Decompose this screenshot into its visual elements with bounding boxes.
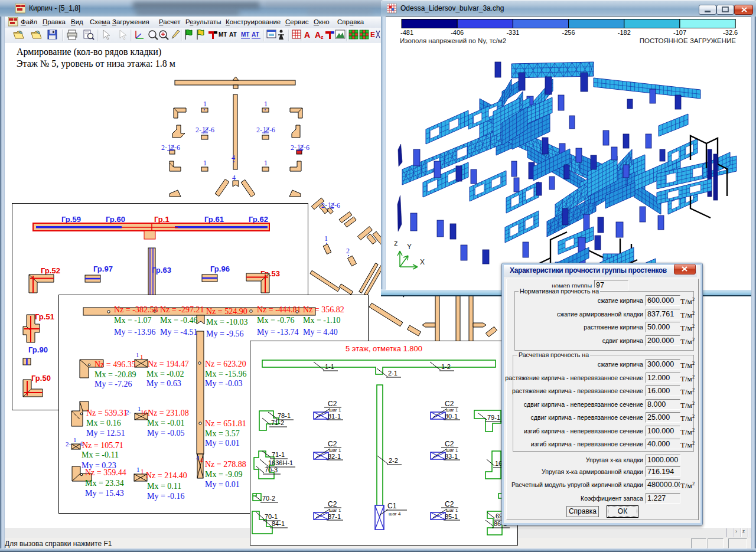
svg-text:Mx = 23.34: Mx = 23.34 bbox=[85, 479, 124, 488]
svg-text:шаг 1: шаг 1 bbox=[446, 448, 458, 453]
svg-text:1: 1 bbox=[136, 351, 139, 358]
svg-text:Mx = -0.02: Mx = -0.02 bbox=[146, 370, 184, 378]
svg-text:81-1: 81-1 bbox=[328, 413, 341, 420]
svg-text:Mx = 3.57: Mx = 3.57 bbox=[205, 429, 240, 438]
svg-text:80-1: 80-1 bbox=[445, 413, 458, 420]
svg-text:Mx = -0.01: Mx = -0.01 bbox=[147, 419, 185, 427]
svg-text:Гр.63: Гр.63 bbox=[152, 266, 171, 275]
svg-text:1: 1 bbox=[73, 436, 77, 443]
svg-text:1: 1 bbox=[140, 353, 144, 360]
svg-text:71-2: 71-2 bbox=[271, 419, 284, 426]
svg-text:2-: 2- bbox=[256, 126, 262, 134]
svg-text:МТ: МТ bbox=[241, 31, 249, 38]
svg-text:1: 1 bbox=[324, 234, 328, 243]
svg-text:My = -0.05: My = -0.05 bbox=[147, 429, 185, 437]
svg-text:78-1: 78-1 bbox=[278, 412, 291, 419]
svg-text:83-1: 83-1 bbox=[445, 453, 458, 460]
svg-text:4: 4 bbox=[232, 153, 235, 162]
svg-text:84-1: 84-1 bbox=[272, 520, 285, 527]
svg-text:My = -0.16: My = -0.16 bbox=[147, 492, 185, 501]
svg-text:My = 0.63: My = 0.63 bbox=[146, 379, 181, 388]
svg-text:Nz = -444.81: Nz = -444.81 bbox=[257, 305, 301, 314]
svg-text:C2: C2 bbox=[328, 400, 337, 408]
svg-text:Nz = -297.21: Nz = -297.21 bbox=[160, 305, 204, 314]
svg-text:C2: C2 bbox=[328, 500, 337, 508]
svg-text:Nz = 496.35: Nz = 496.35 bbox=[94, 360, 136, 369]
svg-text:Nz = 194.47: Nz = 194.47 bbox=[148, 360, 189, 368]
svg-text:МТ: МТ bbox=[219, 31, 227, 38]
svg-text:85-1: 85-1 bbox=[445, 513, 458, 520]
svg-text:Mx = -20.89: Mx = -20.89 bbox=[94, 370, 136, 379]
svg-text:шаг 1: шаг 1 bbox=[329, 448, 341, 453]
svg-text:шаг 1: шаг 1 bbox=[329, 407, 341, 413]
svg-text:X: X bbox=[420, 258, 425, 266]
svg-text:z: z bbox=[321, 34, 324, 40]
svg-text:Mx = -0.46: Mx = -0.46 bbox=[160, 316, 198, 325]
svg-text:C2: C2 bbox=[328, 440, 337, 448]
svg-text:My = -9.56: My = -9.56 bbox=[206, 329, 244, 338]
svg-text:71-1: 71-1 bbox=[272, 451, 285, 458]
svg-text:Mx = -0.76: Mx = -0.76 bbox=[257, 316, 295, 325]
svg-text:Гр.52: Гр.52 bbox=[41, 266, 60, 275]
svg-text:My = 0.01: My = 0.01 bbox=[205, 439, 240, 448]
svg-text:2-6: 2-6 bbox=[171, 143, 180, 152]
svg-text:шаг 1: шаг 1 bbox=[446, 508, 458, 513]
svg-text:82-1: 82-1 bbox=[328, 453, 341, 460]
svg-text:Гр.96: Гр.96 bbox=[210, 264, 230, 273]
svg-text:A: A bbox=[304, 30, 310, 40]
svg-text:z: z bbox=[394, 239, 398, 247]
svg-text:My = 15.43: My = 15.43 bbox=[85, 489, 124, 498]
svg-text:C2: C2 bbox=[445, 440, 454, 448]
svg-text:2-6: 2-6 bbox=[266, 126, 275, 134]
svg-text:My = 12.51: My = 12.51 bbox=[86, 429, 125, 437]
svg-text:My = 0.01: My = 0.01 bbox=[205, 480, 240, 489]
svg-text:1636Н-1: 1636Н-1 bbox=[268, 459, 293, 466]
svg-text:Mx = 0.11: Mx = 0.11 bbox=[147, 482, 181, 491]
svg-text:шаг 1: шаг 1 bbox=[446, 407, 458, 413]
svg-text:Mx = 0.16: Mx = 0.16 bbox=[86, 419, 121, 427]
svg-text:Nz = 105.71: Nz = 105.71 bbox=[82, 441, 123, 450]
svg-text:Mx = -0.11: Mx = -0.11 bbox=[82, 450, 119, 459]
svg-text:My = -0.03: My = -0.03 bbox=[205, 379, 243, 388]
svg-text:2-6: 2-6 bbox=[331, 201, 340, 210]
svg-text:Y: Y bbox=[407, 243, 412, 251]
svg-text:Nz = 278.88: Nz = 278.88 bbox=[205, 460, 246, 469]
svg-text:1: 1 bbox=[136, 466, 140, 473]
svg-text:C1: C1 bbox=[387, 502, 397, 510]
svg-text:70-2: 70-2 bbox=[262, 495, 275, 502]
svg-text:My = -7.26: My = -7.26 bbox=[94, 380, 132, 388]
svg-text:2-6: 2-6 bbox=[205, 126, 214, 134]
svg-text:C2: C2 bbox=[445, 500, 454, 508]
svg-text:2-: 2- bbox=[66, 440, 71, 448]
svg-text:My = -13.96: My = -13.96 bbox=[114, 328, 156, 337]
svg-text:Гр.51: Гр.51 bbox=[35, 312, 54, 321]
svg-text:2-: 2- bbox=[321, 201, 327, 210]
svg-text:Гр.60: Гр.60 bbox=[106, 215, 125, 224]
svg-text:Nz = 359.44: Nz = 359.44 bbox=[85, 468, 126, 477]
svg-text:1-1: 1-1 bbox=[325, 363, 334, 370]
svg-text:Гр.1: Гр.1 bbox=[154, 215, 170, 224]
svg-text:16: 16 bbox=[141, 409, 148, 416]
svg-text:2-: 2- bbox=[195, 126, 201, 134]
svg-text:АТ: АТ bbox=[252, 31, 259, 38]
svg-text:2-: 2- bbox=[161, 143, 167, 152]
svg-text:Гр.59: Гр.59 bbox=[61, 215, 81, 224]
svg-text:Nz = 623.20: Nz = 623.20 bbox=[205, 360, 246, 368]
svg-text:2-2: 2-2 bbox=[389, 457, 398, 464]
svg-text:шаг 1: шаг 1 bbox=[329, 508, 341, 513]
svg-text:2-1: 2-1 bbox=[388, 370, 397, 377]
svg-text:2-: 2- bbox=[291, 143, 296, 152]
svg-text:Mx = -9.09: Mx = -9.09 bbox=[205, 470, 243, 479]
svg-text:Nz = 356.82: Nz = 356.82 bbox=[303, 305, 344, 314]
svg-text:Nz = 524.90: Nz = 524.90 bbox=[206, 307, 247, 316]
svg-text:Е: Е bbox=[370, 31, 375, 39]
svg-text:Nz = 214.40: Nz = 214.40 bbox=[146, 471, 187, 480]
svg-text:Nz = -382.58: Nz = -382.58 bbox=[114, 305, 158, 314]
svg-text:Mx = -10.03: Mx = -10.03 bbox=[206, 318, 248, 326]
svg-text:Гр.97: Гр.97 bbox=[93, 264, 113, 273]
svg-text:5 этаж, отметка 1.800: 5 этаж, отметка 1.800 bbox=[346, 344, 422, 353]
svg-text:2: 2 bbox=[346, 247, 350, 255]
svg-text:1: 1 bbox=[264, 159, 268, 167]
svg-text:Mx = -1.07: Mx = -1.07 bbox=[114, 316, 152, 325]
svg-text:My = -13.74: My = -13.74 bbox=[257, 328, 299, 337]
